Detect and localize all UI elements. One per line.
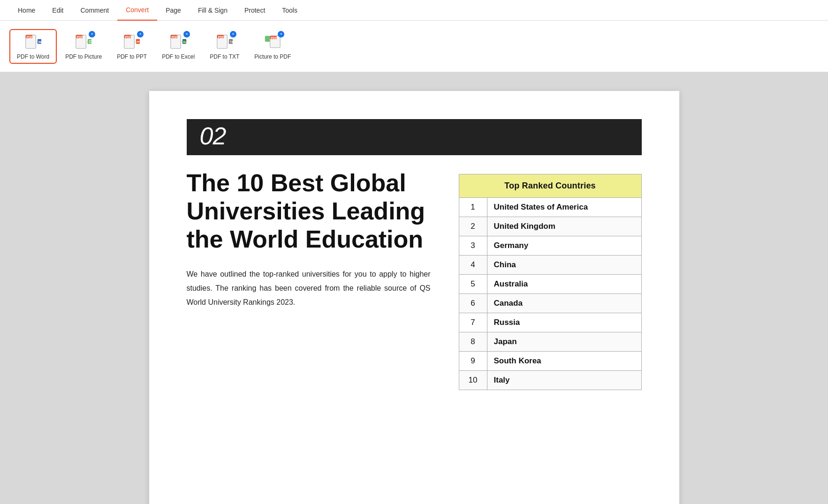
page-number: 02 [187, 119, 642, 153]
pdf-to-ppt-label: PDF to PPT [117, 53, 147, 60]
table-row: 10Italy [459, 371, 641, 390]
pdf-to-ppt-icon: + PDF → PPT [122, 33, 142, 51]
pdf-to-picture-icon: + PDF → 🖼 [74, 33, 93, 51]
svg-text:PDF: PDF [26, 35, 32, 38]
rank-cell: 7 [459, 313, 487, 332]
rank-cell: 8 [459, 332, 487, 352]
picture-to-pdf-icon: + → PDF [263, 33, 282, 51]
table-body: 1United States of America2United Kingdom… [459, 198, 641, 390]
svg-text:TXT: TXT [229, 40, 233, 43]
document-page: 02 The 10 Best Global Universities Leadi… [149, 91, 679, 504]
country-cell: United Kingdom [487, 217, 641, 236]
svg-text:XLS: XLS [183, 40, 187, 43]
svg-text:🖼: 🖼 [89, 39, 92, 44]
rank-cell: 6 [459, 294, 487, 313]
content-left: The 10 Best Global Universities Leading … [187, 169, 431, 309]
table-row: 7Russia [459, 313, 641, 332]
rank-cell: 4 [459, 256, 487, 275]
menu-bar: Home Edit Comment Convert Page Fill & Si… [0, 0, 828, 21]
country-cell: United States of America [487, 198, 641, 217]
menu-fill-sign[interactable]: Fill & Sign [190, 0, 236, 21]
country-cell: Canada [487, 294, 641, 313]
svg-text:PDF: PDF [77, 35, 83, 38]
table-row: 1United States of America [459, 198, 641, 217]
main-content: 02 The 10 Best Global Universities Leadi… [0, 72, 828, 504]
pdf-to-word-icon: PDF → W [23, 33, 43, 51]
pdf-to-ppt-button[interactable]: + PDF → PPT PDF to PPT [110, 30, 153, 63]
page-number-block: 02 [187, 119, 642, 155]
country-cell: South Korea [487, 352, 641, 371]
toolbar: PDF → W PDF to Word + PDF → 🖼 PDF to Pic… [0, 21, 828, 72]
pdf-to-txt-label: PDF to TXT [210, 53, 239, 60]
badge: + [137, 31, 144, 38]
table-header: Top Ranked Countries [459, 174, 641, 198]
country-cell: Germany [487, 236, 641, 256]
main-heading: The 10 Best Global Universities Leading … [187, 169, 431, 253]
country-cell: China [487, 256, 641, 275]
rank-cell: 2 [459, 217, 487, 236]
rank-cell: 9 [459, 352, 487, 371]
badge: + [278, 31, 284, 38]
menu-home[interactable]: Home [9, 0, 44, 21]
badge: + [183, 31, 190, 38]
body-text: We have outlined the top-ranked universi… [187, 267, 431, 309]
table-row: 4China [459, 256, 641, 275]
svg-text:PDF: PDF [172, 35, 178, 38]
pdf-to-word-button[interactable]: PDF → W PDF to Word [9, 29, 57, 64]
svg-text:PDF: PDF [125, 35, 131, 38]
menu-edit[interactable]: Edit [44, 0, 72, 21]
content-right: Top Ranked Countries 1United States of A… [459, 174, 642, 390]
rank-cell: 10 [459, 371, 487, 390]
pdf-to-picture-button[interactable]: + PDF → 🖼 PDF to Picture [59, 30, 108, 63]
table-row: 6Canada [459, 294, 641, 313]
country-cell: Russia [487, 313, 641, 332]
page-number-underline [187, 153, 642, 155]
country-cell: Japan [487, 332, 641, 352]
pdf-to-excel-icon: + PDF → XLS [168, 33, 188, 51]
country-cell: Australia [487, 275, 641, 294]
ranked-table: Top Ranked Countries 1United States of A… [459, 174, 642, 390]
table-row: 9South Korea [459, 352, 641, 371]
svg-text:PDF: PDF [218, 35, 224, 38]
menu-comment[interactable]: Comment [72, 0, 117, 21]
table-row: 2United Kingdom [459, 217, 641, 236]
pdf-to-picture-label: PDF to Picture [65, 53, 102, 60]
badge: + [89, 31, 95, 38]
country-cell: Italy [487, 371, 641, 390]
content-row: The 10 Best Global Universities Leading … [187, 169, 642, 390]
pdf-to-excel-button[interactable]: + PDF → XLS PDF to Excel [155, 30, 201, 63]
svg-text:W: W [38, 39, 42, 44]
menu-protect[interactable]: Protect [236, 0, 273, 21]
picture-to-pdf-label: Picture to PDF [254, 53, 291, 60]
table-row: 3Germany [459, 236, 641, 256]
menu-tools[interactable]: Tools [273, 0, 306, 21]
menu-convert[interactable]: Convert [117, 0, 157, 21]
rank-cell: 5 [459, 275, 487, 294]
table-row: 8Japan [459, 332, 641, 352]
pdf-to-txt-icon: + PDF → TXT [215, 33, 235, 51]
rank-cell: 3 [459, 236, 487, 256]
picture-to-pdf-button[interactable]: + → PDF Picture to PDF [248, 30, 297, 63]
pdf-to-txt-button[interactable]: + PDF → TXT PDF to TXT [203, 30, 246, 63]
svg-text:PPT: PPT [137, 40, 140, 43]
table-row: 5Australia [459, 275, 641, 294]
pdf-to-word-label: PDF to Word [17, 53, 49, 60]
badge: + [230, 31, 236, 38]
rank-cell: 1 [459, 198, 487, 217]
svg-text:PDF: PDF [271, 36, 277, 39]
menu-page[interactable]: Page [157, 0, 190, 21]
pdf-to-excel-label: PDF to Excel [162, 53, 195, 60]
